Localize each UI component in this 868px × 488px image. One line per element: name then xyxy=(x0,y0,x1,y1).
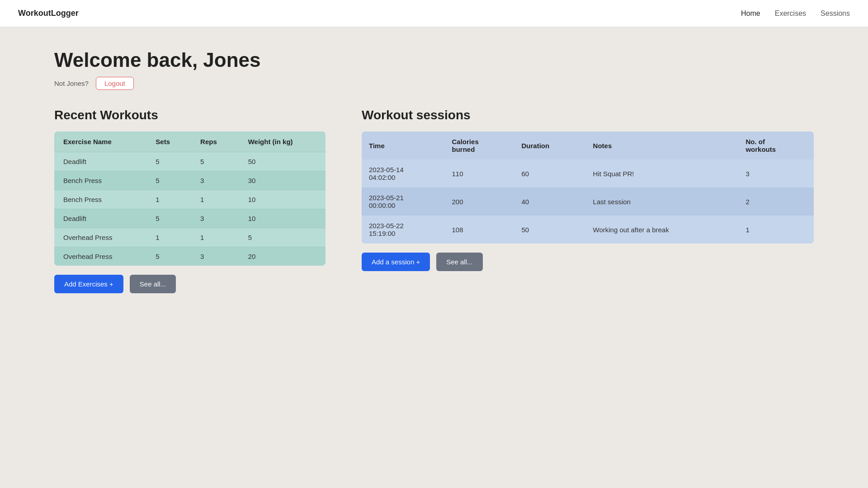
exercise-name: Overhead Press xyxy=(54,247,146,266)
exercise-reps: 1 xyxy=(191,190,239,209)
exercise-name: Deadlift xyxy=(54,152,146,171)
exercise-sets: 5 xyxy=(146,152,191,171)
exercise-weight: 30 xyxy=(239,171,326,190)
exercise-weight: 10 xyxy=(239,209,326,228)
session-time: 2023-05-22 15:19:00 xyxy=(362,216,445,244)
session-num-workouts: 3 xyxy=(738,160,814,188)
session-notes: Last session xyxy=(586,188,739,216)
table-row: Bench Press 5 3 30 xyxy=(54,171,326,190)
col-calories: Caloriesburned xyxy=(445,131,514,160)
col-sets: Sets xyxy=(146,131,191,152)
exercise-reps: 3 xyxy=(191,247,239,266)
main-nav: Home Exercises Sessions xyxy=(741,9,850,18)
main-content: Welcome back, Jones Not Jones? Logout Re… xyxy=(0,27,868,315)
col-weight: Weight (in kg) xyxy=(239,131,326,152)
col-exercise-name: Exercise Name xyxy=(54,131,146,152)
col-notes: Notes xyxy=(586,131,739,160)
exercise-reps: 3 xyxy=(191,171,239,190)
session-num-workouts: 2 xyxy=(738,188,814,216)
nav-exercises[interactable]: Exercises xyxy=(775,9,806,18)
exercise-weight: 50 xyxy=(239,152,326,171)
session-notes: Working out after a break xyxy=(586,216,739,244)
not-user-text: Not Jones? xyxy=(54,80,89,87)
session-duration: 40 xyxy=(514,188,585,216)
exercise-sets: 1 xyxy=(146,190,191,209)
recent-workouts-title: Recent Workouts xyxy=(54,108,326,122)
exercise-name: Bench Press xyxy=(54,190,146,209)
exercise-reps: 3 xyxy=(191,209,239,228)
nav-sessions[interactable]: Sessions xyxy=(821,9,850,18)
exercise-name: Bench Press xyxy=(54,171,146,190)
app-logo: WorkoutLogger xyxy=(18,9,79,18)
exercise-sets: 5 xyxy=(146,209,191,228)
see-all-exercises-button[interactable]: See all... xyxy=(130,275,176,293)
workout-sessions-title: Workout sessions xyxy=(362,108,814,122)
nav-home[interactable]: Home xyxy=(741,9,760,18)
session-table-actions: Add a session + See all... xyxy=(362,253,814,271)
table-row: 2023-05-22 15:19:00 108 50 Working out a… xyxy=(362,216,814,244)
exercise-weight: 10 xyxy=(239,190,326,209)
not-user-row: Not Jones? Logout xyxy=(54,77,814,90)
session-time: 2023-05-21 00:00:00 xyxy=(362,188,445,216)
session-time: 2023-05-14 04:02:00 xyxy=(362,160,445,188)
exercise-table-actions: Add Exercises + See all... xyxy=(54,275,326,293)
col-num-workouts: No. ofworkouts xyxy=(738,131,814,160)
table-row: Overhead Press 1 1 5 xyxy=(54,228,326,247)
session-calories: 108 xyxy=(445,216,514,244)
logout-button[interactable]: Logout xyxy=(96,77,134,90)
session-calories: 110 xyxy=(445,160,514,188)
table-row: Overhead Press 5 3 20 xyxy=(54,247,326,266)
sessions-table: Time Caloriesburned Duration Notes No. o… xyxy=(362,131,814,244)
exercise-name: Deadlift xyxy=(54,209,146,228)
exercise-sets: 5 xyxy=(146,171,191,190)
exercise-name: Overhead Press xyxy=(54,228,146,247)
exercise-reps: 1 xyxy=(191,228,239,247)
exercise-weight: 5 xyxy=(239,228,326,247)
session-calories: 200 xyxy=(445,188,514,216)
welcome-title: Welcome back, Jones xyxy=(54,49,814,71)
app-header: WorkoutLogger Home Exercises Sessions xyxy=(0,0,868,27)
exercise-weight: 20 xyxy=(239,247,326,266)
table-row: 2023-05-14 04:02:00 110 60 Hit Squat PR!… xyxy=(362,160,814,188)
recent-workouts-section: Recent Workouts Exercise Name Sets Reps … xyxy=(54,108,326,293)
exercise-sets: 5 xyxy=(146,247,191,266)
add-exercises-button[interactable]: Add Exercises + xyxy=(54,275,123,293)
session-duration: 60 xyxy=(514,160,585,188)
col-reps: Reps xyxy=(191,131,239,152)
add-session-button[interactable]: Add a session + xyxy=(362,253,430,271)
workout-sessions-section: Workout sessions Time Caloriesburned Dur… xyxy=(362,108,814,271)
session-notes: Hit Squat PR! xyxy=(586,160,739,188)
session-num-workouts: 1 xyxy=(738,216,814,244)
col-time: Time xyxy=(362,131,445,160)
col-duration: Duration xyxy=(514,131,585,160)
exercise-table: Exercise Name Sets Reps Weight (in kg) D… xyxy=(54,131,326,266)
table-row: Deadlift 5 3 10 xyxy=(54,209,326,228)
exercise-sets: 1 xyxy=(146,228,191,247)
two-column-layout: Recent Workouts Exercise Name Sets Reps … xyxy=(54,108,814,293)
table-row: Deadlift 5 5 50 xyxy=(54,152,326,171)
see-all-sessions-button[interactable]: See all... xyxy=(436,253,482,271)
table-row: 2023-05-21 00:00:00 200 40 Last session … xyxy=(362,188,814,216)
table-row: Bench Press 1 1 10 xyxy=(54,190,326,209)
exercise-reps: 5 xyxy=(191,152,239,171)
session-duration: 50 xyxy=(514,216,585,244)
